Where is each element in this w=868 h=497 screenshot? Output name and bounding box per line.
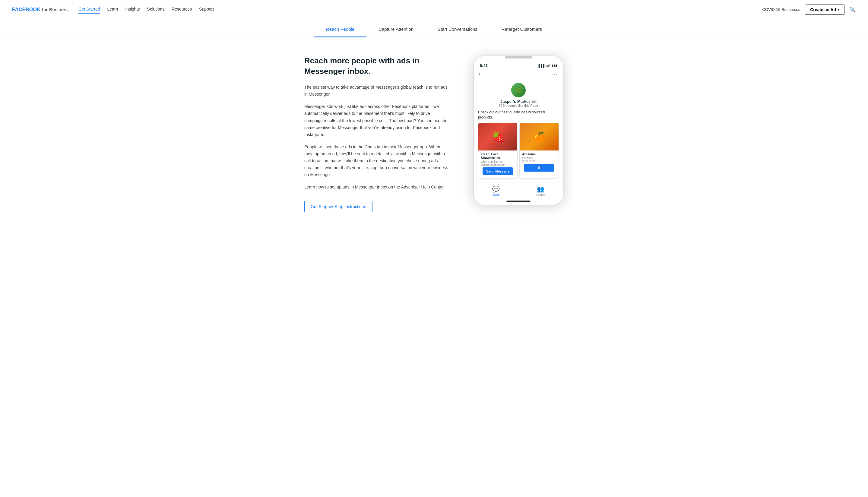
- section-heading: Reach more people with ads in Messenger …: [304, 56, 449, 76]
- product-title-1: Fresh, Local Strawberries: [481, 152, 515, 159]
- tab-retarget-customers[interactable]: Retarget Customers: [489, 22, 554, 38]
- messenger-content: 🌿 Jasper's Market Ad 929K people like th…: [474, 79, 563, 182]
- covid-resources-link[interactable]: COVID-19 Resources: [762, 7, 800, 12]
- product-url-1: jaspers-market.com: [481, 163, 515, 166]
- paragraph-1: The easiest way to take advantage of Mes…: [304, 84, 449, 98]
- send-message-button-1[interactable]: Send Message: [483, 167, 513, 175]
- ad-badge: Ad: [531, 100, 537, 103]
- paragraph-3: People will see these ads in the Chats t…: [304, 144, 449, 178]
- bottom-nav-chats[interactable]: 💬 Chats: [492, 185, 500, 196]
- step-by-step-button[interactable]: Get Step-by-Step Instructions: [304, 201, 372, 212]
- phone-device: 9:41 ▐▐▐ wifi ▮▮▮ ‹ ··· 🌿 Jasper's Marke…: [473, 56, 564, 205]
- chats-label: Chats: [492, 193, 499, 196]
- nav-link-resources[interactable]: Resources: [172, 5, 192, 14]
- tab-reach-people[interactable]: Reach People: [314, 22, 367, 38]
- page-description: Check out our best quality locally sourc…: [478, 110, 559, 120]
- chevron-down-icon: ▾: [838, 8, 839, 11]
- more-icon[interactable]: ···: [552, 71, 558, 77]
- product-info-1: Fresh, Local Strawberries While supplies…: [478, 151, 517, 178]
- phone-home-bar: [507, 201, 530, 202]
- create-ad-button[interactable]: Create an Ad ▾: [805, 4, 844, 15]
- page-name: Jasper's Market Ad: [478, 99, 559, 104]
- nav-link-learn[interactable]: Learn: [107, 5, 118, 14]
- paragraph-4: Learn how to set up ads in Messenger inb…: [304, 184, 449, 190]
- phone-bottom-nav: 💬 Chats 👥 People: [474, 182, 563, 198]
- page-avatar: 🌿: [511, 83, 526, 97]
- phone-mockup: 9:41 ▐▐▐ wifi ▮▮▮ ‹ ··· 🌿 Jasper's Marke…: [473, 56, 564, 205]
- paragraph-2: Messenger ads work just like ads across …: [304, 103, 449, 138]
- phone-time: 9:41: [480, 63, 488, 68]
- search-button[interactable]: 🔍: [849, 6, 856, 13]
- send-message-button-2[interactable]: S: [524, 164, 554, 172]
- text-section: Reach more people with ads in Messenger …: [304, 56, 449, 212]
- product-card-orange: 🍊 Artisanal Limited ti... jaspers-ma... …: [520, 123, 559, 179]
- logo[interactable]: FACEBOOK for Business: [12, 7, 69, 12]
- product-card-strawberry: 🍓 Fresh, Local Strawberries While suppli…: [478, 123, 517, 179]
- phone-notch: [505, 56, 532, 58]
- wifi-icon: wifi: [545, 64, 551, 68]
- chats-icon: 💬: [492, 185, 500, 193]
- phone-status-icons: ▐▐▐ wifi ▮▮▮: [538, 63, 557, 68]
- people-icon: 👥: [537, 185, 544, 193]
- strawberry-image: 🍓: [478, 123, 517, 151]
- signal-icon: ▐▐▐: [538, 64, 544, 68]
- main-content: Reach more people with ads in Messenger …: [253, 38, 615, 230]
- page-likes: 929K people like this Page: [478, 104, 559, 108]
- logo-light: for Business: [41, 7, 69, 12]
- product-sub-1: While supplies last: [481, 160, 515, 163]
- tab-capture-attention[interactable]: Capture Attention: [367, 22, 426, 38]
- product-info-2: Artisanal Limited ti... jaspers-ma... S: [520, 151, 558, 175]
- back-icon[interactable]: ‹: [479, 71, 481, 77]
- search-icon: 🔍: [849, 6, 856, 13]
- nav-links: Get Started Learn Insights Solutions Res…: [79, 5, 214, 14]
- nav-right: COVID-19 Resources Create an Ad ▾ 🔍: [762, 4, 856, 15]
- tab-bar: Reach People Capture Attention Start Con…: [0, 19, 868, 38]
- nav-link-insights[interactable]: Insights: [125, 5, 140, 14]
- nav-link-support[interactable]: Support: [199, 5, 214, 14]
- nav-left: FACEBOOK for Business Get Started Learn …: [12, 5, 214, 14]
- product-url-2: jaspers-ma...: [522, 159, 556, 162]
- product-title-2: Artisanal: [522, 152, 556, 156]
- people-label: People: [536, 193, 545, 196]
- product-sub-2: Limited ti...: [522, 157, 556, 159]
- battery-icon: ▮▮▮: [552, 63, 557, 68]
- nav-link-solutions[interactable]: Solutions: [147, 5, 165, 14]
- phone-messenger-topbar: ‹ ···: [474, 69, 563, 79]
- phone-status-bar: 9:41 ▐▐▐ wifi ▮▮▮: [474, 60, 563, 69]
- create-ad-label: Create an Ad: [810, 7, 836, 12]
- navigation: FACEBOOK for Business Get Started Learn …: [0, 0, 868, 19]
- bottom-nav-people[interactable]: 👥 People: [536, 185, 545, 196]
- logo-bold: FACEBOOK: [12, 7, 41, 12]
- products-row: 🍓 Fresh, Local Strawberries While suppli…: [478, 123, 559, 179]
- nav-link-get-started[interactable]: Get Started: [79, 5, 100, 14]
- tab-start-conversations[interactable]: Start Conversations: [426, 22, 489, 38]
- orange-image: 🍊: [520, 123, 558, 151]
